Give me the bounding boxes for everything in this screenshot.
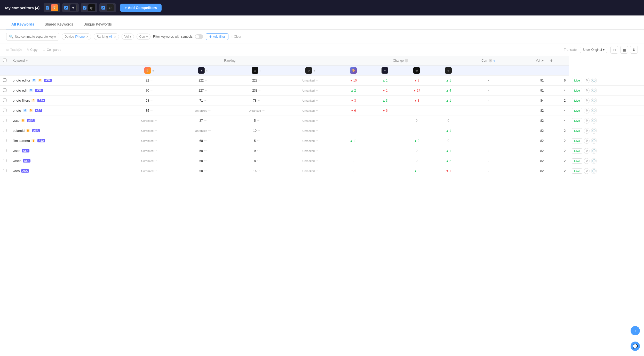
settings-action-icon[interactable]: ⚙ <box>584 88 590 93</box>
live-button[interactable]: Live <box>572 128 582 133</box>
settings-icon[interactable]: ⚙ <box>550 59 553 62</box>
keyword-text: vsco <box>13 119 20 123</box>
history-action-icon[interactable]: 🕐 <box>591 168 597 174</box>
device-filter-close[interactable]: × <box>86 35 88 39</box>
ranking-cell-6-2: 5 〰 <box>230 136 283 146</box>
change-value: 2 <box>354 89 356 92</box>
live-button[interactable]: Live <box>572 118 582 123</box>
row-checkbox-8[interactable] <box>3 159 6 162</box>
history-action-icon[interactable]: 🕐 <box>591 118 597 124</box>
keywords-table: Keyword ⬅ Ranking Change ? <box>0 56 644 176</box>
vol-cell-1: 91 <box>513 85 547 95</box>
corr-cell-7: - <box>464 146 513 156</box>
change-up: ▲2 <box>340 89 366 92</box>
actions-cell-0: Live ⚙ 🕐 <box>569 76 644 86</box>
add-filter-label: Add filter <box>213 35 225 38</box>
row-checkbox-4[interactable] <box>3 119 6 122</box>
vol-cell-0: 91 <box>513 76 547 86</box>
ranking-sort-3[interactable]: ⇅ <box>259 69 261 72</box>
history-action-icon[interactable]: 🕐 <box>591 158 597 164</box>
vol2-cell-1: 4 <box>547 85 569 95</box>
chart-icon[interactable]: ▦ <box>620 46 628 54</box>
settings-action-icon[interactable]: ⚙ <box>584 138 590 144</box>
show-original-button[interactable]: Show Original ▾ <box>580 47 607 53</box>
row-checkbox-5[interactable] <box>3 129 6 132</box>
rank-number: 70 <box>146 89 149 92</box>
filter-keywords-switch[interactable] <box>195 34 203 39</box>
competitor-checkbox-1[interactable] <box>46 6 49 10</box>
vol-arrow-icon[interactable]: ➤ <box>541 59 544 62</box>
ranking-cell-1-2: 233 〰 <box>230 85 283 95</box>
monitor-icon[interactable]: ⊡ <box>610 46 618 54</box>
vol-filter-tag[interactable]: Vol ▾ <box>122 34 134 40</box>
row-checkbox-2[interactable] <box>3 99 6 102</box>
device-filter-tag[interactable]: Device iPhone × <box>62 33 91 40</box>
unranked-text: Unranked <box>302 109 315 112</box>
settings-action-icon[interactable]: ⚙ <box>584 78 590 83</box>
ranking-filter-close[interactable]: × <box>114 35 116 39</box>
live-button[interactable]: Live <box>572 78 582 83</box>
download-icon[interactable]: ⬇ <box>630 46 638 54</box>
live-button[interactable]: Live <box>572 158 582 164</box>
history-action-icon[interactable]: 🕐 <box>591 138 597 144</box>
trend-icon: 〰 <box>316 149 318 152</box>
history-action-icon[interactable]: 🕐 <box>591 108 597 114</box>
ranking-filter-tag[interactable]: Ranking All × <box>94 33 119 40</box>
vol-cell-2: 84 <box>513 95 547 106</box>
live-button[interactable]: Live <box>572 168 582 174</box>
compared-button[interactable]: ⊡ Compared <box>43 48 61 52</box>
select-all-checkbox[interactable] <box>3 59 6 62</box>
live-button[interactable]: Live <box>572 98 582 103</box>
settings-action-icon[interactable]: ⚙ <box>584 158 590 164</box>
add-competitors-button[interactable]: + Add Competitors <box>120 4 162 12</box>
competitor-checkbox-2[interactable] <box>64 6 68 10</box>
ranking-sort-2[interactable]: ⇅ <box>206 69 208 72</box>
settings-action-icon[interactable]: ⚙ <box>584 148 590 154</box>
row-checkbox-9[interactable] <box>3 169 6 172</box>
history-action-icon[interactable]: 🕐 <box>591 98 597 103</box>
change-app-3: ◎ <box>401 66 433 76</box>
history-action-icon[interactable]: 🕐 <box>591 148 597 154</box>
ranking-sort-1[interactable]: ⇅ <box>152 69 154 72</box>
row-checkbox-0[interactable] <box>3 78 6 82</box>
keyword-sort-icon[interactable]: ⬅ <box>26 59 28 62</box>
settings-action-icon[interactable]: ⚙ <box>584 128 590 134</box>
history-action-icon[interactable]: 🕐 <box>591 78 597 83</box>
table-row: polaroid BASAUnranked 〰Unranked 〰10 〰Unr… <box>0 126 644 136</box>
corr-filter-tag[interactable]: Corr ▾ <box>137 34 150 40</box>
settings-action-icon[interactable]: ⚙ <box>584 168 590 174</box>
row-checkbox-7[interactable] <box>3 149 6 152</box>
tab-shared-keywords[interactable]: Shared Keywords <box>39 20 78 29</box>
copy-button[interactable]: ⎘ Copy <box>27 48 37 52</box>
scroll-to-top-button[interactable]: ↑ <box>631 326 640 335</box>
settings-action-icon[interactable]: ⚙ <box>584 108 590 114</box>
competitor-checkbox-3[interactable] <box>83 6 86 10</box>
competitor-checkbox-4[interactable] <box>101 6 105 10</box>
rank-number: 50 <box>199 169 203 173</box>
live-button[interactable]: Live <box>572 148 582 153</box>
settings-action-icon[interactable]: ⚙ <box>584 118 590 124</box>
live-button[interactable]: Live <box>572 138 582 143</box>
keyword-search-input[interactable] <box>15 35 56 38</box>
change-zero: 0 <box>448 119 449 123</box>
corr-value: - <box>488 119 489 123</box>
ranking-sort-4[interactable]: ⇅ <box>313 69 315 72</box>
tab-unique-keywords[interactable]: Unique Keywords <box>78 20 117 29</box>
sub-header-actions <box>547 66 569 76</box>
history-action-icon[interactable]: 🕐 <box>591 88 597 93</box>
track-button[interactable]: ◎ Track(0) <box>6 48 22 52</box>
trend-icon: 〰 <box>316 119 318 122</box>
vol2-cell-6: 2 <box>547 136 569 146</box>
tab-all-keywords[interactable]: All Keywords <box>6 20 39 29</box>
chat-button[interactable]: 💬 <box>631 342 640 351</box>
row-checkbox-1[interactable] <box>3 88 6 92</box>
settings-action-icon[interactable]: ⚙ <box>584 98 590 103</box>
add-filter-button[interactable]: ⚙ Add filter <box>206 33 228 40</box>
live-button[interactable]: Live <box>572 108 582 113</box>
row-checkbox-3[interactable] <box>3 109 6 112</box>
clear-button[interactable]: × Clear <box>231 35 241 38</box>
history-action-icon[interactable]: 🕐 <box>591 128 597 134</box>
corr-sort-icon[interactable]: ⇅ <box>493 59 495 62</box>
live-button[interactable]: Live <box>572 88 582 93</box>
row-checkbox-6[interactable] <box>3 139 6 142</box>
